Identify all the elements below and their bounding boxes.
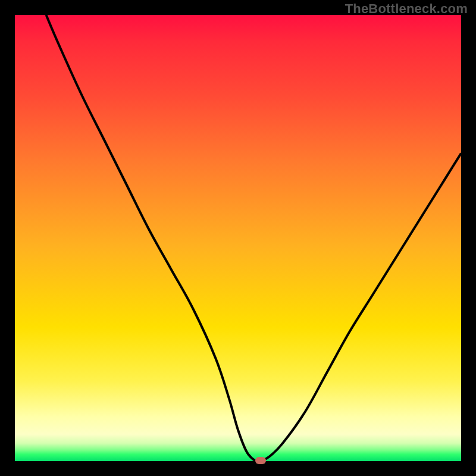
outer-frame: TheBottleneck.com (0, 0, 476, 476)
gradient-plot-area (15, 15, 461, 461)
bottleneck-curve (15, 15, 461, 461)
minimum-marker (255, 457, 266, 464)
curve-line (46, 15, 462, 461)
